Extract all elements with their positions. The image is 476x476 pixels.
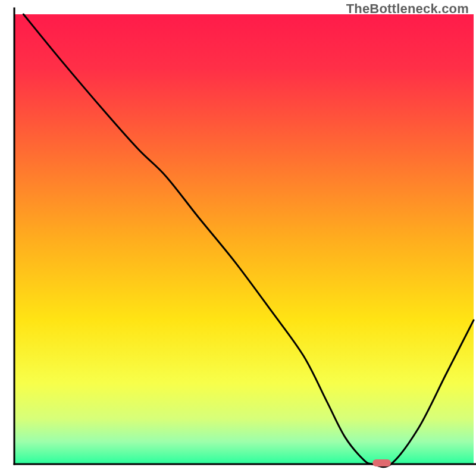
watermark-label: TheBottleneck.com bbox=[346, 1, 469, 17]
bottleneck-chart bbox=[0, 0, 476, 476]
chart-container: TheBottleneck.com bbox=[0, 0, 476, 476]
optimal-marker bbox=[372, 459, 391, 466]
plot-background bbox=[14, 14, 474, 464]
